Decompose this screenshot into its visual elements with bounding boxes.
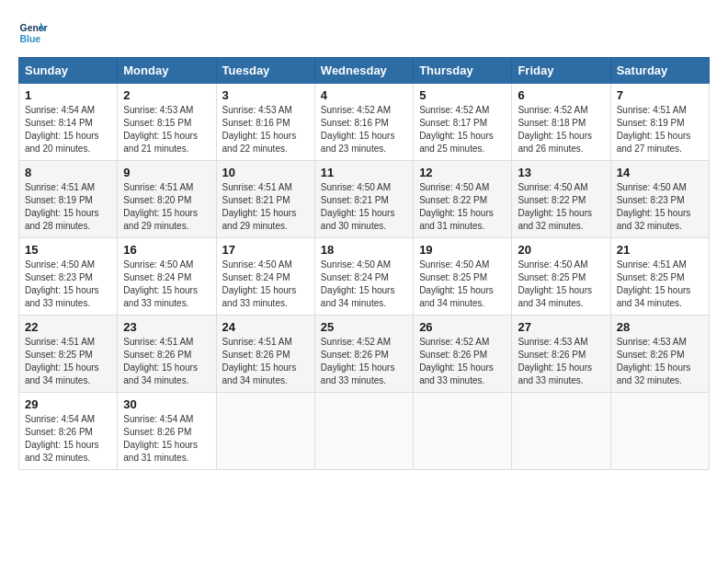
day-info: Sunrise: 4:50 AMSunset: 8:24 PMDaylight:… bbox=[222, 259, 309, 310]
day-info: Sunrise: 4:51 AMSunset: 8:19 PMDaylight:… bbox=[25, 181, 111, 233]
calendar-cell bbox=[314, 393, 413, 470]
calendar-cell: 19Sunrise: 4:50 AMSunset: 8:25 PMDayligh… bbox=[414, 238, 512, 316]
day-number: 11 bbox=[321, 166, 407, 179]
day-number: 3 bbox=[222, 88, 309, 102]
calendar-cell: 18Sunrise: 4:50 AMSunset: 8:24 PMDayligh… bbox=[314, 238, 413, 316]
day-info: Sunrise: 4:54 AMSunset: 8:26 PMDaylight:… bbox=[123, 413, 210, 465]
day-number: 1 bbox=[25, 88, 111, 102]
calendar-cell bbox=[216, 393, 314, 470]
calendar-cell: 6Sunrise: 4:52 AMSunset: 8:18 PMDaylight… bbox=[512, 84, 610, 161]
calendar-cell: 21Sunrise: 4:51 AMSunset: 8:25 PMDayligh… bbox=[610, 238, 709, 316]
day-info: Sunrise: 4:51 AMSunset: 8:26 PMDaylight:… bbox=[123, 336, 210, 387]
calendar-cell: 26Sunrise: 4:52 AMSunset: 8:26 PMDayligh… bbox=[414, 316, 512, 393]
day-number: 30 bbox=[123, 397, 210, 411]
day-number: 2 bbox=[123, 88, 210, 102]
day-number: 27 bbox=[518, 320, 604, 334]
day-info: Sunrise: 4:51 AMSunset: 8:25 PMDaylight:… bbox=[25, 336, 111, 387]
calendar-week-row: 29Sunrise: 4:54 AMSunset: 8:26 PMDayligh… bbox=[19, 393, 710, 470]
day-info: Sunrise: 4:52 AMSunset: 8:17 PMDaylight:… bbox=[419, 104, 506, 155]
day-number: 14 bbox=[617, 166, 703, 179]
day-info: Sunrise: 4:50 AMSunset: 8:24 PMDaylight:… bbox=[123, 259, 210, 310]
calendar-cell bbox=[610, 393, 709, 470]
calendar-cell: 9Sunrise: 4:51 AMSunset: 8:20 PMDaylight… bbox=[118, 161, 216, 238]
day-info: Sunrise: 4:50 AMSunset: 8:24 PMDaylight:… bbox=[321, 259, 407, 310]
day-number: 25 bbox=[321, 320, 407, 334]
day-info: Sunrise: 4:50 AMSunset: 8:25 PMDaylight:… bbox=[518, 259, 604, 310]
day-number: 21 bbox=[617, 243, 703, 257]
calendar-cell: 17Sunrise: 4:50 AMSunset: 8:24 PMDayligh… bbox=[216, 238, 314, 316]
day-info: Sunrise: 4:50 AMSunset: 8:21 PMDaylight:… bbox=[321, 181, 407, 233]
day-number: 9 bbox=[123, 166, 210, 179]
header: General Blue bbox=[18, 18, 710, 48]
calendar-cell: 13Sunrise: 4:50 AMSunset: 8:22 PMDayligh… bbox=[512, 161, 610, 238]
day-info: Sunrise: 4:52 AMSunset: 8:18 PMDaylight:… bbox=[518, 104, 604, 155]
day-info: Sunrise: 4:50 AMSunset: 8:23 PMDaylight:… bbox=[25, 259, 111, 310]
calendar-cell: 4Sunrise: 4:52 AMSunset: 8:16 PMDaylight… bbox=[314, 84, 413, 161]
calendar-week-row: 8Sunrise: 4:51 AMSunset: 8:19 PMDaylight… bbox=[19, 161, 710, 238]
day-number: 18 bbox=[321, 243, 407, 257]
day-info: Sunrise: 4:52 AMSunset: 8:26 PMDaylight:… bbox=[419, 336, 506, 387]
day-number: 13 bbox=[518, 166, 604, 179]
header-sunday: Sunday bbox=[19, 58, 118, 84]
day-info: Sunrise: 4:53 AMSunset: 8:16 PMDaylight:… bbox=[222, 104, 309, 155]
day-info: Sunrise: 4:52 AMSunset: 8:16 PMDaylight:… bbox=[321, 104, 407, 155]
day-info: Sunrise: 4:53 AMSunset: 8:15 PMDaylight:… bbox=[123, 104, 210, 155]
calendar-cell: 24Sunrise: 4:51 AMSunset: 8:26 PMDayligh… bbox=[216, 316, 314, 393]
header-tuesday: Tuesday bbox=[216, 58, 314, 84]
header-monday: Monday bbox=[118, 58, 216, 84]
day-number: 22 bbox=[25, 320, 111, 334]
calendar-cell: 16Sunrise: 4:50 AMSunset: 8:24 PMDayligh… bbox=[118, 238, 216, 316]
day-info: Sunrise: 4:50 AMSunset: 8:25 PMDaylight:… bbox=[419, 259, 506, 310]
calendar-cell: 11Sunrise: 4:50 AMSunset: 8:21 PMDayligh… bbox=[314, 161, 413, 238]
header-saturday: Saturday bbox=[610, 58, 709, 84]
calendar-cell: 27Sunrise: 4:53 AMSunset: 8:26 PMDayligh… bbox=[512, 316, 610, 393]
day-info: Sunrise: 4:50 AMSunset: 8:23 PMDaylight:… bbox=[617, 181, 703, 233]
day-info: Sunrise: 4:51 AMSunset: 8:26 PMDaylight:… bbox=[222, 336, 309, 387]
calendar-cell: 25Sunrise: 4:52 AMSunset: 8:26 PMDayligh… bbox=[314, 316, 413, 393]
calendar-week-row: 1Sunrise: 4:54 AMSunset: 8:14 PMDaylight… bbox=[19, 84, 710, 161]
calendar-cell: 29Sunrise: 4:54 AMSunset: 8:26 PMDayligh… bbox=[19, 393, 118, 470]
calendar-cell: 10Sunrise: 4:51 AMSunset: 8:21 PMDayligh… bbox=[216, 161, 314, 238]
calendar-cell: 5Sunrise: 4:52 AMSunset: 8:17 PMDaylight… bbox=[414, 84, 512, 161]
day-number: 26 bbox=[419, 320, 506, 334]
day-info: Sunrise: 4:53 AMSunset: 8:26 PMDaylight:… bbox=[617, 336, 703, 387]
day-number: 6 bbox=[518, 88, 604, 102]
logo: General Blue bbox=[18, 18, 51, 48]
header-wednesday: Wednesday bbox=[314, 58, 413, 84]
calendar-cell: 20Sunrise: 4:50 AMSunset: 8:25 PMDayligh… bbox=[512, 238, 610, 316]
calendar-cell: 2Sunrise: 4:53 AMSunset: 8:15 PMDaylight… bbox=[118, 84, 216, 161]
day-info: Sunrise: 4:50 AMSunset: 8:22 PMDaylight:… bbox=[518, 181, 604, 233]
day-number: 5 bbox=[419, 88, 506, 102]
day-info: Sunrise: 4:51 AMSunset: 8:25 PMDaylight:… bbox=[617, 259, 703, 310]
day-number: 17 bbox=[222, 243, 309, 257]
day-number: 19 bbox=[419, 243, 506, 257]
day-info: Sunrise: 4:54 AMSunset: 8:26 PMDaylight:… bbox=[25, 413, 111, 465]
day-info: Sunrise: 4:51 AMSunset: 8:21 PMDaylight:… bbox=[222, 181, 309, 233]
calendar-cell: 30Sunrise: 4:54 AMSunset: 8:26 PMDayligh… bbox=[118, 393, 216, 470]
day-number: 16 bbox=[123, 243, 210, 257]
day-number: 24 bbox=[222, 320, 309, 334]
day-number: 28 bbox=[617, 320, 703, 334]
page-container: General Blue Sunday Monday Tuesday Wedne… bbox=[18, 18, 710, 470]
calendar-cell bbox=[414, 393, 512, 470]
calendar-cell: 1Sunrise: 4:54 AMSunset: 8:14 PMDaylight… bbox=[19, 84, 118, 161]
day-number: 8 bbox=[25, 166, 111, 179]
day-number: 23 bbox=[123, 320, 210, 334]
svg-text:Blue: Blue bbox=[20, 34, 41, 44]
day-number: 4 bbox=[321, 88, 407, 102]
calendar-week-row: 22Sunrise: 4:51 AMSunset: 8:25 PMDayligh… bbox=[19, 316, 710, 393]
header-thursday: Thursday bbox=[414, 58, 512, 84]
calendar-cell: 8Sunrise: 4:51 AMSunset: 8:19 PMDaylight… bbox=[19, 161, 118, 238]
logo-icon: General Blue bbox=[18, 18, 48, 48]
calendar-cell: 3Sunrise: 4:53 AMSunset: 8:16 PMDaylight… bbox=[216, 84, 314, 161]
day-info: Sunrise: 4:52 AMSunset: 8:26 PMDaylight:… bbox=[321, 336, 407, 387]
day-number: 7 bbox=[617, 88, 703, 102]
calendar-cell: 7Sunrise: 4:51 AMSunset: 8:19 PMDaylight… bbox=[610, 84, 709, 161]
day-info: Sunrise: 4:53 AMSunset: 8:26 PMDaylight:… bbox=[518, 336, 604, 387]
day-number: 29 bbox=[25, 397, 111, 411]
calendar-cell: 22Sunrise: 4:51 AMSunset: 8:25 PMDayligh… bbox=[19, 316, 118, 393]
header-row: Sunday Monday Tuesday Wednesday Thursday… bbox=[19, 58, 710, 84]
day-info: Sunrise: 4:50 AMSunset: 8:22 PMDaylight:… bbox=[419, 181, 506, 233]
day-number: 10 bbox=[222, 166, 309, 179]
header-friday: Friday bbox=[512, 58, 610, 84]
